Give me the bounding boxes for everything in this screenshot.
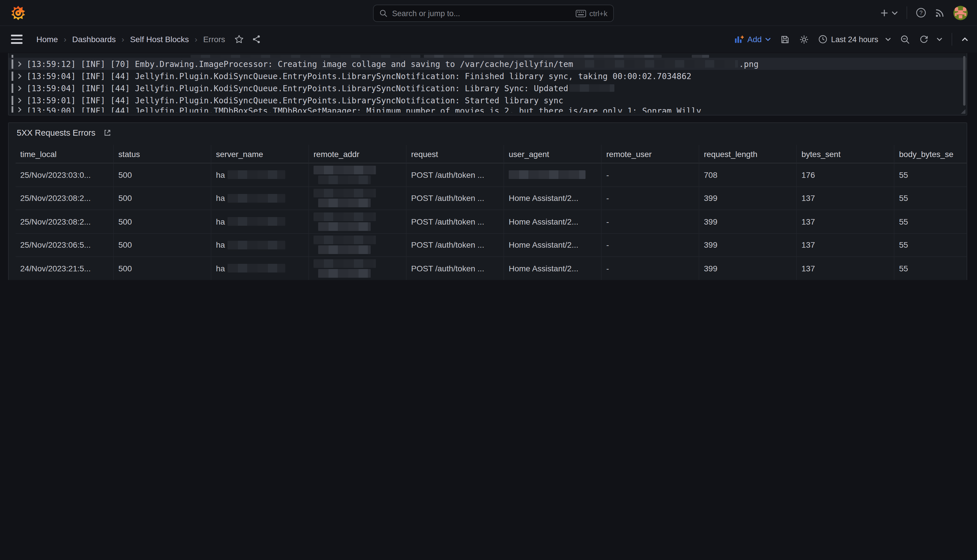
dashboard-toolbar: Home›Dashboards›Self Host Blocks›Errors … (0, 26, 977, 53)
redacted-text (574, 60, 738, 68)
table-cell: - (601, 187, 699, 210)
hamburger-icon (11, 35, 23, 37)
breadcrumb-item-dashboards[interactable]: Dashboards (72, 35, 116, 44)
log-message: [13:59:04] [INF] [44] Jellyfin.Plugin.Ko… (27, 71, 692, 80)
new-button[interactable] (880, 8, 898, 17)
share-button[interactable] (252, 35, 261, 44)
log-expand-icon[interactable] (17, 97, 22, 103)
log-row[interactable]: [13:59:01] [INF] [44] Jellyfin.Plugin.Ko… (9, 94, 967, 106)
breadcrumb-separator: › (64, 35, 67, 44)
table-cell: - (601, 210, 699, 233)
log-expand-icon[interactable] (17, 106, 22, 113)
dashboard-settings-button[interactable] (799, 34, 809, 44)
cell-value: 500 (118, 217, 132, 226)
user-avatar[interactable] (953, 5, 968, 20)
breadcrumb-actions (234, 35, 261, 44)
chevron-down-icon (765, 38, 771, 41)
log-level-bar (12, 83, 13, 93)
log-row[interactable]: [13:59:12] [INF] [70] Emby.Drawing.Image… (9, 58, 967, 70)
search-icon (379, 9, 387, 17)
table-cell (308, 257, 406, 280)
log-row[interactable]: [13:59:00] [INF] [44] Jellyfin.Plugin.TM… (9, 106, 967, 113)
table-cell: 55 (894, 187, 967, 210)
panel-title-bar[interactable]: 5XX Requests Errors (9, 123, 967, 137)
redacted-text (227, 194, 285, 203)
log-expand-icon[interactable] (17, 85, 22, 92)
news-button[interactable] (935, 8, 945, 18)
add-button[interactable]: Add (735, 35, 771, 44)
redacted-text (318, 269, 371, 278)
table-cell (308, 233, 406, 257)
cell-value: 399 (704, 264, 717, 273)
cell-value: ha (216, 264, 225, 273)
log-level-bar (12, 95, 13, 105)
cell-value: - (606, 194, 609, 203)
cell-value: 55 (899, 264, 908, 273)
redacted-text (227, 264, 285, 273)
redacted-text (313, 166, 376, 184)
top-nav: Search or jump to... ctrl+k ? (0, 0, 977, 26)
log-row[interactable]: [13:59:04] [INF] [44] Jellyfin.Plugin.Ko… (9, 82, 967, 94)
column-header-remote_addr[interactable]: remote_addr (308, 145, 406, 163)
search-input[interactable]: Search or jump to... ctrl+k (373, 5, 614, 22)
breadcrumb-separator: › (122, 35, 124, 44)
cell-value: Home Assistant/2... (509, 240, 578, 250)
log-row[interactable]: [13:59:04] [INF] [44] Jellyfin.Plugin.Ko… (9, 70, 967, 82)
log-expand-icon[interactable] (17, 60, 22, 67)
cell-value: - (606, 170, 609, 180)
external-link-icon[interactable] (103, 129, 112, 137)
log-scrollbar[interactable] (963, 56, 965, 106)
redacted-text (313, 212, 376, 231)
log-expand-icon[interactable] (17, 72, 22, 79)
cell-value: 137 (802, 194, 815, 203)
zoom-out-button[interactable] (900, 34, 910, 44)
table-cell: 399 (699, 210, 796, 233)
menu-button[interactable] (11, 35, 23, 44)
column-header-server_name[interactable]: server_name (211, 145, 308, 163)
search-shortcut: ctrl+k (575, 9, 607, 18)
log-level-bar (12, 59, 13, 68)
table-cell: POST /auth/token ... (406, 257, 504, 280)
log-message: [13:59:01] [INF] [44] Jellyfin.Plugin.Ko… (27, 95, 563, 105)
table-cell: 399 (699, 257, 796, 280)
column-header-body_bytes_se[interactable]: body_bytes_se (894, 145, 967, 163)
help-button[interactable]: ? (916, 8, 926, 18)
column-header-remote_user[interactable]: remote_user (601, 145, 699, 163)
breadcrumb-item-errors[interactable]: Errors (203, 35, 225, 44)
table-cell: Home Assistant/2... (504, 233, 601, 257)
refresh-interval-dropdown-icon[interactable] (937, 38, 942, 41)
time-range-picker[interactable]: Last 24 hours (818, 35, 891, 44)
favorite-button[interactable] (234, 35, 243, 44)
table-cell: ha (211, 257, 308, 280)
cell-value: 55 (899, 240, 908, 250)
table-cell: 24/Nov/2023:21:5... (16, 257, 113, 280)
table-row: 25/Nov/2023:08:2...500haPOST /auth/token… (16, 187, 967, 210)
column-header-bytes_sent[interactable]: bytes_sent (796, 145, 894, 163)
chevron-down-icon (885, 38, 891, 41)
column-header-user_agent[interactable]: user_agent (504, 145, 601, 163)
table-cell: ha (211, 187, 308, 210)
caret-up-icon (961, 37, 968, 42)
cell-value: 55 (899, 194, 908, 203)
column-header-request_length[interactable]: request_length (699, 145, 796, 163)
grafana-logo-icon[interactable] (10, 5, 26, 20)
breadcrumb-item-self-host-blocks[interactable]: Self Host Blocks (130, 35, 189, 44)
table-cell: POST /auth/token ... (406, 233, 504, 257)
save-dashboard-button[interactable] (780, 34, 790, 44)
cell-value: 708 (704, 170, 717, 180)
redacted-text (227, 217, 285, 226)
collapse-toolbar-button[interactable] (961, 37, 968, 42)
column-header-status[interactable]: status (113, 145, 211, 163)
refresh-button[interactable] (919, 35, 942, 44)
cell-value: 25/Nov/2023:08:2... (20, 217, 91, 226)
cell-value: ha (216, 194, 225, 203)
redacted-text (313, 259, 376, 278)
table-cell: 55 (894, 210, 967, 233)
log-row[interactable] (9, 55, 967, 58)
breadcrumb-item-home[interactable]: Home (37, 35, 58, 44)
column-header-request[interactable]: request (406, 145, 504, 163)
table-cell: 137 (796, 233, 894, 257)
cell-value: - (606, 240, 609, 250)
column-header-time_local[interactable]: time_local (16, 145, 113, 163)
table-cell: Home Assistant/2... (504, 187, 601, 210)
